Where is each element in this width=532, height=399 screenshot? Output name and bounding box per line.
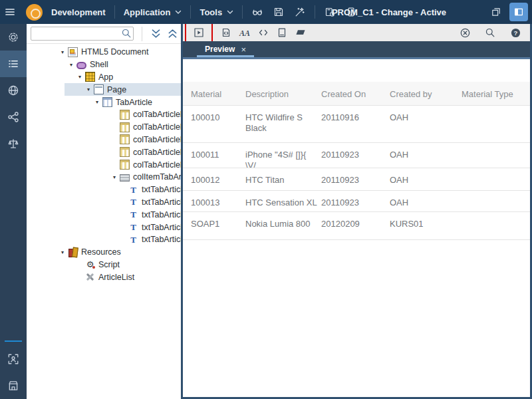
tree-item-Script[interactable]: ⚙Script xyxy=(27,259,181,271)
svg-text:AA: AA xyxy=(239,29,250,38)
table-row[interactable]: 100010HTC Wildfire S Black20110916OAH xyxy=(183,106,530,143)
table-cell: Nokia Lumia 800 xyxy=(245,212,321,239)
document-button[interactable] xyxy=(274,25,290,41)
table-cell: iPhone "4S# []}{ \V/ xyxy=(245,143,321,168)
table-cell: 100012 xyxy=(183,168,245,190)
glasses-icon[interactable] xyxy=(248,3,267,21)
column-icon xyxy=(120,134,130,144)
code-button[interactable] xyxy=(255,25,271,41)
activity-gear-icon[interactable] xyxy=(0,24,27,51)
activity-scales-icon[interactable] xyxy=(0,130,27,157)
activity-list-icon[interactable] xyxy=(0,51,27,77)
table-cell: SOAP1 xyxy=(183,212,245,239)
tree-item-txtTabArticleMATNR[interactable]: TtxtTabArticleMATNR xyxy=(27,184,181,196)
menu-development[interactable]: Development xyxy=(43,0,114,24)
tree-item-Resources[interactable]: ▾Resources xyxy=(27,246,181,259)
tree-item-colTabArticleMTART[interactable]: colTabArticleMTART xyxy=(27,158,181,171)
expand-arrow-icon[interactable]: ▾ xyxy=(57,49,68,55)
expand-arrow-icon[interactable]: ▾ xyxy=(66,62,76,68)
ui-editor-button[interactable] xyxy=(218,25,234,41)
table-header-row: MaterialDescriptionCreated OnCreated byM… xyxy=(183,82,530,106)
tree-item-txtTabArticleERNAM[interactable]: TtxtTabArticleERNAM xyxy=(27,221,181,233)
tree-item-label: App xyxy=(98,72,113,82)
table-cell: HTC Sensation XL xyxy=(245,191,321,211)
tab-preview[interactable]: Preview × xyxy=(197,41,254,57)
table-row[interactable]: SOAP1Nokia Lumia 80020120209KURS01 xyxy=(183,212,530,240)
help-button[interactable]: ? xyxy=(507,25,523,41)
expand-arrow-icon[interactable]: ▾ xyxy=(83,86,94,92)
activity-face-scan-icon[interactable] xyxy=(0,346,27,372)
table-cell: 20110916 xyxy=(321,106,390,142)
top-bar: DevelopmentApplicationTools PROM_C1 - Ch… xyxy=(0,0,532,24)
column-header[interactable]: Material Type xyxy=(462,82,530,105)
table-row[interactable]: 100013HTC Sensation XL20110923OAH xyxy=(183,191,530,212)
tree-item-colItemTabArticle[interactable]: ▾colItemTabArticle xyxy=(27,171,181,184)
expand-all-button[interactable] xyxy=(148,25,164,43)
tree-item-App[interactable]: ▾App xyxy=(27,71,181,84)
tree-item-label: Resources xyxy=(81,247,121,257)
annotation-highlight-box xyxy=(185,23,213,43)
table-cell: 20120209 xyxy=(321,212,390,239)
activity-store-icon[interactable] xyxy=(0,372,27,399)
table-cell: KURS01 xyxy=(390,212,462,239)
activity-globe-icon[interactable] xyxy=(0,77,27,104)
table-cell xyxy=(462,168,530,190)
tree-item-colTabArticleERSDA[interactable]: colTabArticleERSDA xyxy=(27,134,181,146)
tree-item-colTabArticleMATNR[interactable]: colTabArticleMATNR xyxy=(27,108,181,121)
app-logo[interactable] xyxy=(26,4,43,21)
window-title: PROM_C1 - Change - Active xyxy=(303,7,475,17)
explorer-panel: ▾HTML5 Document▾Shell▾App▾Page▾TabArticl… xyxy=(27,24,181,399)
page-icon xyxy=(94,84,104,94)
tree-item-Shell[interactable]: ▾Shell xyxy=(27,59,181,71)
expand-arrow-icon[interactable]: ▾ xyxy=(92,99,102,105)
column-icon xyxy=(120,110,130,120)
script-icon: ⚙ xyxy=(85,259,95,269)
tab-close-icon[interactable]: × xyxy=(241,45,246,55)
menu-application[interactable]: Application xyxy=(115,0,191,24)
editor-toolbar: AA? xyxy=(183,24,530,41)
hamburger-menu-icon[interactable] xyxy=(5,7,22,17)
column-header[interactable]: Created by xyxy=(390,82,462,105)
decline-button[interactable] xyxy=(457,25,473,41)
column-header[interactable]: Material xyxy=(183,82,245,105)
font-button[interactable]: AA xyxy=(237,25,253,41)
search-button[interactable] xyxy=(482,25,498,41)
chevron-down-icon xyxy=(227,10,233,15)
tree-item-ArticleList[interactable]: ArticleList xyxy=(27,271,181,283)
run-button[interactable] xyxy=(191,25,207,41)
collapse-all-button[interactable] xyxy=(164,25,181,43)
column-header[interactable]: Created On xyxy=(321,82,390,105)
text-icon: T xyxy=(128,235,138,245)
expand-arrow-icon[interactable]: ▾ xyxy=(74,74,85,80)
table-cell: 20110923 xyxy=(321,191,390,211)
activity-divider xyxy=(5,340,22,342)
flag-button[interactable] xyxy=(293,25,309,41)
tab-label: Preview xyxy=(205,45,235,54)
tree-item-HTML5 Document[interactable]: ▾HTML5 Document xyxy=(27,46,181,59)
tree-item-Page[interactable]: ▾Page xyxy=(27,83,181,96)
save-icon[interactable] xyxy=(269,3,288,21)
table-cell: 100011 xyxy=(183,143,245,168)
table-cell: OAH xyxy=(390,168,462,190)
activity-share-icon[interactable] xyxy=(0,104,27,130)
column-header[interactable]: Description xyxy=(245,82,321,105)
text-icon: T xyxy=(128,209,138,219)
tree-item-txtTabArticleERSDA[interactable]: TtxtTabArticleERSDA xyxy=(27,208,181,221)
tree-search-input[interactable] xyxy=(31,27,134,41)
tree-item-colTabArticleMAKTX[interactable]: colTabArticleMAKTX xyxy=(27,121,181,134)
toolbar-divider xyxy=(142,27,142,41)
tree-item-label: Shell xyxy=(90,60,108,69)
tree-item-txtTabArticleMAKTX[interactable]: TtxtTabArticleMAKTX xyxy=(27,196,181,209)
table-cell: OAH xyxy=(390,191,462,211)
copy-icon[interactable] xyxy=(487,3,505,21)
expand-arrow-icon[interactable]: ▾ xyxy=(57,249,68,255)
tree-item-txtTabArticleMTART[interactable]: TtxtTabArticleMTART xyxy=(27,233,181,246)
chevron-down-icon xyxy=(175,10,182,15)
menu-tools[interactable]: Tools xyxy=(191,0,242,24)
tree-item-TabArticle[interactable]: ▾TabArticle xyxy=(27,96,181,108)
expand-arrow-icon[interactable]: ▾ xyxy=(109,174,120,180)
table-row[interactable]: 100012HTC Titan20110923OAH xyxy=(183,168,530,191)
table-row[interactable]: 100011iPhone "4S# []}{ \V/20110923OAH xyxy=(183,143,530,168)
layout-icon[interactable] xyxy=(509,3,528,21)
tree-item-colTabArticleERNAM[interactable]: colTabArticleERNAM xyxy=(27,146,181,158)
